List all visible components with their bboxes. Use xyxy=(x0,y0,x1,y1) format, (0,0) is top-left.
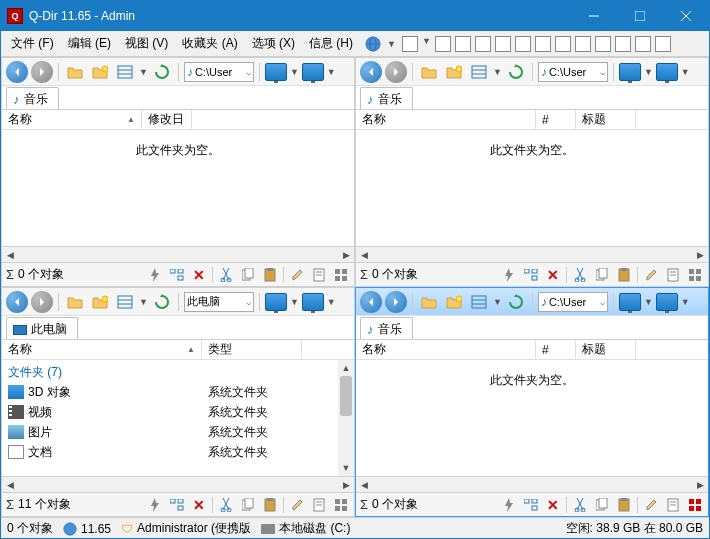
scroll-thumb[interactable] xyxy=(340,376,352,416)
monitor-button-1[interactable] xyxy=(619,63,641,81)
monitor-dropdown-2[interactable]: ▼ xyxy=(681,67,690,77)
horizontal-scrollbar[interactable]: ◀▶ xyxy=(356,476,708,492)
sigma-icon[interactable]: Σ xyxy=(360,267,368,282)
scroll-right[interactable]: ▶ xyxy=(338,477,354,492)
paste-button[interactable] xyxy=(615,266,633,284)
monitor-dropdown-2[interactable]: ▼ xyxy=(327,297,336,307)
delete-button[interactable]: ✕ xyxy=(190,496,208,514)
globe-dropdown[interactable]: ▼ xyxy=(387,39,396,49)
layout-2[interactable] xyxy=(435,36,451,52)
monitor-dropdown[interactable]: ▼ xyxy=(290,67,299,77)
tree-button[interactable] xyxy=(168,266,186,284)
column-header[interactable]: # xyxy=(536,110,576,129)
scroll-down[interactable]: ▼ xyxy=(338,460,354,476)
forward-button[interactable] xyxy=(385,291,407,313)
group-header[interactable]: 文件夹 (7) xyxy=(2,362,354,382)
flash-button[interactable] xyxy=(146,496,164,514)
menu-edit[interactable]: 编辑 (E) xyxy=(62,32,117,55)
file-area[interactable]: 文件夹 (7) 3D 对象 系统文件夹 视频 系统文件夹 图片 系统文件夹 文档… xyxy=(2,360,354,476)
delete-button[interactable]: ✕ xyxy=(544,496,562,514)
tab[interactable]: ♪ 音乐 xyxy=(360,317,413,339)
menu-view[interactable]: 视图 (V) xyxy=(119,32,174,55)
scroll-right[interactable]: ▶ xyxy=(338,247,354,262)
layout-8[interactable] xyxy=(555,36,571,52)
monitor-button-2[interactable] xyxy=(656,63,678,81)
column-header[interactable]: 标题 xyxy=(576,110,636,129)
back-button[interactable] xyxy=(360,61,382,83)
minimize-button[interactable] xyxy=(571,1,617,31)
folder-button[interactable] xyxy=(418,291,440,313)
delete-button[interactable]: ✕ xyxy=(544,266,562,284)
new-folder-button[interactable] xyxy=(443,61,465,83)
layout-7[interactable] xyxy=(535,36,551,52)
path-combo[interactable]: ♪ C:\User ⌵ xyxy=(538,292,608,312)
menu-file[interactable]: 文件 (F) xyxy=(5,32,60,55)
properties-button[interactable] xyxy=(310,496,328,514)
view-button[interactable] xyxy=(114,61,136,83)
path-combo[interactable]: ♪ C:\User ⌵ xyxy=(538,62,608,82)
monitor-button-2[interactable] xyxy=(302,293,324,311)
view-dropdown[interactable]: ▼ xyxy=(139,297,148,307)
back-button[interactable] xyxy=(6,61,28,83)
column-header[interactable]: 名称▲ xyxy=(2,110,142,129)
forward-button[interactable] xyxy=(31,61,53,83)
horizontal-scrollbar[interactable]: ◀▶ xyxy=(2,476,354,492)
scroll-left[interactable]: ◀ xyxy=(2,247,18,262)
scroll-track[interactable] xyxy=(18,247,338,262)
new-folder-button[interactable] xyxy=(89,61,111,83)
tab[interactable]: 此电脑 xyxy=(6,317,78,339)
copy-button[interactable] xyxy=(239,496,257,514)
refresh-button[interactable] xyxy=(505,291,527,313)
copy-button[interactable] xyxy=(593,496,611,514)
column-header[interactable]: 名称 xyxy=(356,340,536,359)
edit-button[interactable] xyxy=(288,266,306,284)
edit-button[interactable] xyxy=(642,266,660,284)
view-dropdown[interactable]: ▼ xyxy=(493,67,502,77)
layout-9[interactable] xyxy=(575,36,591,52)
new-folder-button[interactable] xyxy=(443,291,465,313)
scroll-track[interactable] xyxy=(372,477,692,492)
monitor-button-1[interactable] xyxy=(265,63,287,81)
grid-button[interactable] xyxy=(686,266,704,284)
monitor-dropdown[interactable]: ▼ xyxy=(644,67,653,77)
layout-12[interactable] xyxy=(635,36,651,52)
sigma-icon[interactable]: Σ xyxy=(360,497,368,512)
folder-button[interactable] xyxy=(64,291,86,313)
layout-11[interactable] xyxy=(615,36,631,52)
properties-button[interactable] xyxy=(664,496,682,514)
menu-options[interactable]: 选项 (X) xyxy=(246,32,301,55)
cut-button[interactable] xyxy=(217,496,235,514)
paste-button[interactable] xyxy=(615,496,633,514)
tab[interactable]: ♪ 音乐 xyxy=(6,87,59,109)
view-dropdown[interactable]: ▼ xyxy=(493,297,502,307)
monitor-dropdown-2[interactable]: ▼ xyxy=(327,67,336,77)
maximize-button[interactable] xyxy=(617,1,663,31)
paste-button[interactable] xyxy=(261,496,279,514)
refresh-button[interactable] xyxy=(151,61,173,83)
monitor-dropdown[interactable]: ▼ xyxy=(290,297,299,307)
flash-button[interactable] xyxy=(500,266,518,284)
horizontal-scrollbar[interactable]: ◀▶ xyxy=(2,246,354,262)
properties-button[interactable] xyxy=(664,266,682,284)
forward-button[interactable] xyxy=(385,61,407,83)
paste-button[interactable] xyxy=(261,266,279,284)
view-button[interactable] xyxy=(468,291,490,313)
scroll-track[interactable] xyxy=(372,247,692,262)
layout-5[interactable] xyxy=(495,36,511,52)
grid-button[interactable] xyxy=(686,496,704,514)
column-header[interactable]: 名称▲ xyxy=(2,340,202,359)
tree-button[interactable] xyxy=(522,266,540,284)
back-button[interactable] xyxy=(360,291,382,313)
delete-button[interactable]: ✕ xyxy=(190,266,208,284)
folder-button[interactable] xyxy=(64,61,86,83)
list-item[interactable]: 文档 系统文件夹 xyxy=(2,442,354,462)
layout-4[interactable] xyxy=(475,36,491,52)
scroll-left[interactable]: ◀ xyxy=(356,247,372,262)
close-button[interactable] xyxy=(663,1,709,31)
monitor-button-1[interactable] xyxy=(265,293,287,311)
column-header[interactable]: # xyxy=(536,340,576,359)
grid-button[interactable] xyxy=(332,496,350,514)
edit-button[interactable] xyxy=(288,496,306,514)
column-header[interactable]: 名称 xyxy=(356,110,536,129)
scroll-left[interactable]: ◀ xyxy=(2,477,18,492)
